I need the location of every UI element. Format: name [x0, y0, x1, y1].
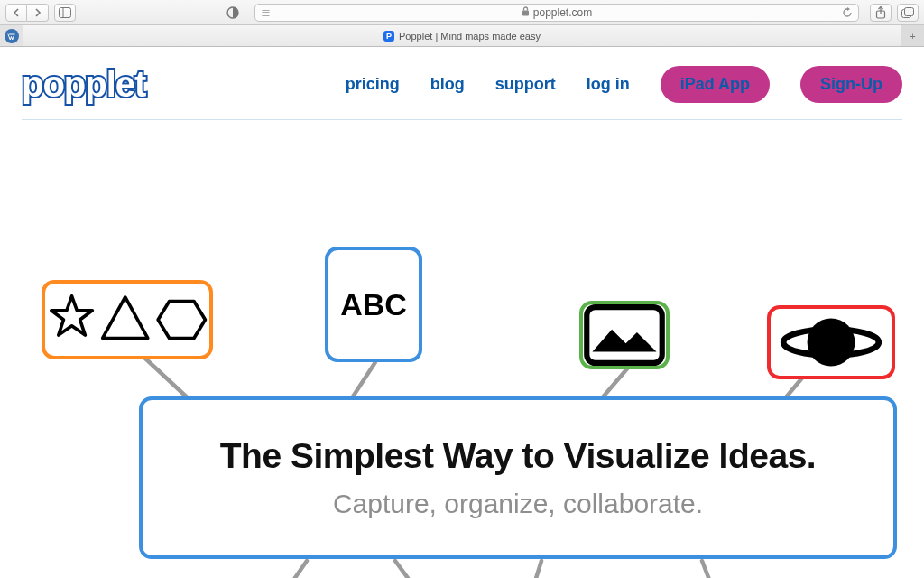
site-logo[interactable]: popplet: [22, 64, 145, 105]
browser-toolbar: ≣ popplet.com: [0, 0, 924, 25]
svg-rect-0: [60, 7, 71, 17]
popple-text: ABC: [325, 247, 422, 362]
abc-label: ABC: [340, 287, 407, 322]
address-bar[interactable]: ≣ popplet.com: [254, 4, 859, 22]
reload-button[interactable]: [842, 5, 853, 21]
address-text: popplet.com: [533, 6, 592, 19]
wordpress-admin-button[interactable]: [0, 25, 23, 46]
primary-nav: pricing blog support log in iPad App Sig…: [346, 66, 902, 103]
privacy-report-button[interactable]: [222, 4, 244, 22]
svg-point-8: [6, 31, 17, 42]
popple-shapes: [42, 280, 213, 359]
browser-tab[interactable]: P Popplet | Mind maps made easy: [23, 25, 901, 46]
nav-blog[interactable]: blog: [430, 75, 465, 94]
share-button[interactable]: [870, 4, 892, 22]
svg-rect-7: [905, 7, 914, 15]
wordpress-icon: [5, 29, 19, 43]
svg-line-16: [702, 561, 720, 578]
tab-bar: P Popplet | Mind maps made easy +: [0, 25, 924, 47]
hero-subhead: Capture, organize, collaborate.: [333, 489, 703, 519]
new-tab-button[interactable]: +: [901, 25, 924, 46]
back-button[interactable]: [5, 4, 27, 22]
tab-title: Popplet | Mind maps made easy: [399, 31, 541, 42]
svg-point-19: [808, 319, 855, 367]
ipad-app-button[interactable]: iPad App: [661, 66, 770, 103]
popple-planet: [767, 305, 895, 379]
forward-button[interactable]: [27, 4, 49, 22]
hero-diagram: ABC The Simplest Way to Visualize Ideas.…: [22, 120, 902, 578]
site-header: popplet pricing blog support log in iPad…: [22, 51, 902, 117]
tab-favicon-icon: P: [383, 31, 394, 42]
svg-rect-3: [522, 10, 529, 15]
reader-icon[interactable]: ≣: [261, 5, 271, 21]
nav-pricing[interactable]: pricing: [346, 75, 400, 94]
svg-line-14: [395, 561, 430, 578]
svg-line-15: [527, 561, 541, 578]
nav-support[interactable]: support: [495, 75, 556, 94]
svg-line-13: [274, 561, 307, 578]
svg-rect-17: [587, 307, 661, 363]
signup-button[interactable]: Sign-Up: [800, 66, 902, 103]
nav-login[interactable]: log in: [587, 75, 630, 94]
lock-icon: [522, 6, 530, 19]
hero-headline: The Simplest Way to Visualize Ideas.: [220, 436, 816, 476]
tabs-button[interactable]: [897, 4, 919, 22]
svg-point-18: [783, 329, 879, 355]
sidebar-toggle-button[interactable]: [54, 4, 76, 22]
hero-headline-box: The Simplest Way to Visualize Ideas. Cap…: [139, 396, 897, 559]
popple-image: [579, 301, 670, 369]
